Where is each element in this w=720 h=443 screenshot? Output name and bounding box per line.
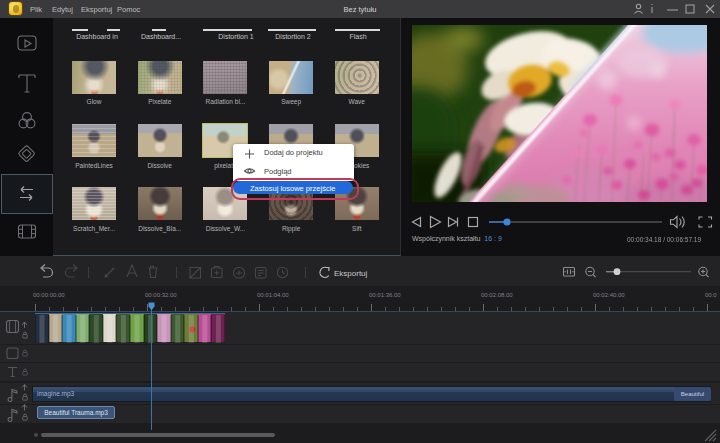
svg-text:Eksportuj: Eksportuj [334, 269, 368, 278]
